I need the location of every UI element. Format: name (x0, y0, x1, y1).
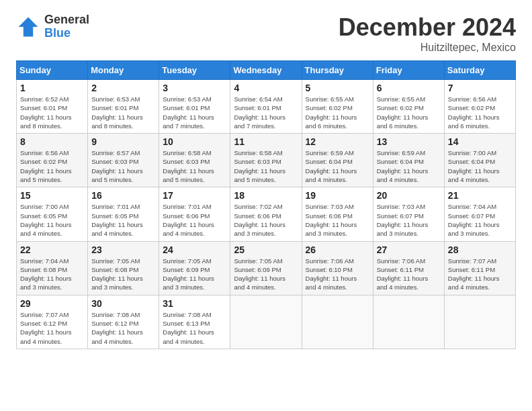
day-info: Sunrise: 6:53 AM Sunset: 6:01 PM Dayligh… (91, 95, 155, 130)
calendar-cell: 9Sunrise: 6:57 AM Sunset: 6:03 PM Daylig… (88, 134, 159, 187)
calendar-week-3: 15Sunrise: 7:00 AM Sunset: 6:05 PM Dayli… (17, 187, 516, 241)
day-info: Sunrise: 7:07 AM Sunset: 6:12 PM Dayligh… (20, 310, 84, 346)
calendar-cell (373, 295, 444, 349)
calendar-cell: 23Sunrise: 7:05 AM Sunset: 6:08 PM Dayli… (88, 241, 159, 295)
day-info: Sunrise: 6:52 AM Sunset: 6:01 PM Dayligh… (20, 95, 84, 130)
calendar-cell: 16Sunrise: 7:01 AM Sunset: 6:05 PM Dayli… (88, 187, 159, 241)
calendar-cell (302, 295, 373, 349)
weekday-header-wednesday: Wednesday (230, 61, 302, 80)
day-number: 31 (163, 298, 226, 309)
calendar-cell: 17Sunrise: 7:01 AM Sunset: 6:06 PM Dayli… (159, 187, 230, 241)
location-title: Huitziltepec, Mexico (339, 42, 516, 54)
weekday-header-friday: Friday (373, 61, 444, 80)
logo-general: General (44, 13, 89, 27)
weekday-header-sunday: Sunday (17, 61, 88, 80)
day-info: Sunrise: 7:01 AM Sunset: 6:05 PM Dayligh… (91, 202, 155, 238)
calendar-cell: 26Sunrise: 7:06 AM Sunset: 6:10 PM Dayli… (302, 241, 373, 295)
calendar-week-2: 8Sunrise: 6:56 AM Sunset: 6:02 PM Daylig… (17, 134, 516, 187)
day-number: 28 (448, 244, 512, 255)
calendar-cell: 30Sunrise: 7:08 AM Sunset: 6:12 PM Dayli… (88, 295, 159, 349)
calendar-table: SundayMondayTuesdayWednesdayThursdayFrid… (16, 60, 516, 349)
calendar-cell: 4Sunrise: 6:54 AM Sunset: 6:01 PM Daylig… (230, 80, 302, 134)
day-info: Sunrise: 7:05 AM Sunset: 6:09 PM Dayligh… (234, 257, 298, 292)
day-info: Sunrise: 6:55 AM Sunset: 6:02 PM Dayligh… (377, 95, 441, 130)
day-number: 20 (377, 190, 441, 201)
day-number: 30 (91, 298, 155, 309)
weekday-header-tuesday: Tuesday (159, 61, 230, 80)
day-info: Sunrise: 6:54 AM Sunset: 6:01 PM Dayligh… (234, 95, 298, 130)
calendar-week-5: 29Sunrise: 7:07 AM Sunset: 6:12 PM Dayli… (17, 295, 516, 349)
logo-icon (16, 15, 40, 39)
weekday-header-monday: Monday (88, 61, 159, 80)
weekday-header-saturday: Saturday (444, 61, 515, 80)
day-number: 4 (234, 83, 298, 93)
day-number: 17 (163, 190, 226, 201)
day-info: Sunrise: 7:04 AM Sunset: 6:08 PM Dayligh… (20, 257, 84, 292)
day-number: 5 (306, 83, 369, 93)
day-info: Sunrise: 6:59 AM Sunset: 6:04 PM Dayligh… (377, 148, 441, 184)
day-info: Sunrise: 6:56 AM Sunset: 6:02 PM Dayligh… (20, 148, 84, 184)
calendar-cell: 25Sunrise: 7:05 AM Sunset: 6:09 PM Dayli… (230, 241, 302, 295)
day-info: Sunrise: 7:05 AM Sunset: 6:08 PM Dayligh… (91, 257, 155, 292)
day-info: Sunrise: 7:06 AM Sunset: 6:11 PM Dayligh… (377, 257, 441, 292)
month-title: December 2024 (339, 13, 516, 42)
day-info: Sunrise: 7:03 AM Sunset: 6:07 PM Dayligh… (377, 202, 441, 238)
day-number: 6 (377, 83, 441, 93)
day-number: 9 (91, 136, 155, 147)
calendar-cell: 7Sunrise: 6:56 AM Sunset: 6:02 PM Daylig… (444, 80, 515, 134)
day-info: Sunrise: 6:57 AM Sunset: 6:03 PM Dayligh… (91, 148, 155, 184)
day-number: 15 (20, 190, 84, 201)
day-number: 7 (448, 83, 512, 93)
day-number: 29 (20, 298, 84, 309)
calendar-cell: 3Sunrise: 6:53 AM Sunset: 6:01 PM Daylig… (159, 80, 230, 134)
day-number: 21 (448, 190, 512, 201)
title-area: December 2024 Huitziltepec, Mexico (339, 13, 516, 54)
day-number: 26 (306, 244, 369, 255)
day-number: 16 (91, 190, 155, 201)
calendar-cell: 8Sunrise: 6:56 AM Sunset: 6:02 PM Daylig… (17, 134, 88, 187)
calendar-cell: 12Sunrise: 6:59 AM Sunset: 6:04 PM Dayli… (302, 134, 373, 187)
day-number: 3 (163, 83, 226, 93)
day-info: Sunrise: 7:04 AM Sunset: 6:07 PM Dayligh… (448, 202, 512, 238)
day-info: Sunrise: 7:05 AM Sunset: 6:09 PM Dayligh… (163, 257, 226, 292)
calendar-cell (444, 295, 515, 349)
calendar-cell: 14Sunrise: 7:00 AM Sunset: 6:04 PM Dayli… (444, 134, 515, 187)
day-number: 11 (234, 136, 298, 147)
calendar-cell: 29Sunrise: 7:07 AM Sunset: 6:12 PM Dayli… (17, 295, 88, 349)
calendar-cell: 2Sunrise: 6:53 AM Sunset: 6:01 PM Daylig… (88, 80, 159, 134)
calendar-cell: 21Sunrise: 7:04 AM Sunset: 6:07 PM Dayli… (444, 187, 515, 241)
day-info: Sunrise: 7:01 AM Sunset: 6:06 PM Dayligh… (163, 202, 226, 238)
day-number: 12 (306, 136, 369, 147)
day-number: 14 (448, 136, 512, 147)
calendar-week-1: 1Sunrise: 6:52 AM Sunset: 6:01 PM Daylig… (17, 80, 516, 134)
weekday-header-thursday: Thursday (302, 61, 373, 80)
weekday-header-row: SundayMondayTuesdayWednesdayThursdayFrid… (17, 61, 516, 80)
calendar-cell: 28Sunrise: 7:07 AM Sunset: 6:11 PM Dayli… (444, 241, 515, 295)
calendar-cell: 22Sunrise: 7:04 AM Sunset: 6:08 PM Dayli… (17, 241, 88, 295)
day-info: Sunrise: 6:59 AM Sunset: 6:04 PM Dayligh… (306, 148, 369, 184)
svg-marker-0 (19, 17, 38, 36)
day-number: 10 (163, 136, 226, 147)
day-info: Sunrise: 7:07 AM Sunset: 6:11 PM Dayligh… (448, 257, 512, 292)
logo-blue: Blue (44, 27, 89, 40)
day-info: Sunrise: 6:58 AM Sunset: 6:03 PM Dayligh… (163, 148, 226, 184)
day-number: 19 (306, 190, 369, 201)
calendar-cell: 11Sunrise: 6:58 AM Sunset: 6:03 PM Dayli… (230, 134, 302, 187)
day-number: 24 (163, 244, 226, 255)
day-info: Sunrise: 7:00 AM Sunset: 6:05 PM Dayligh… (20, 202, 84, 238)
day-info: Sunrise: 7:02 AM Sunset: 6:06 PM Dayligh… (234, 202, 298, 238)
day-info: Sunrise: 7:06 AM Sunset: 6:10 PM Dayligh… (306, 257, 369, 292)
day-number: 8 (20, 136, 84, 147)
calendar-cell: 24Sunrise: 7:05 AM Sunset: 6:09 PM Dayli… (159, 241, 230, 295)
day-number: 1 (20, 83, 84, 93)
calendar-cell: 6Sunrise: 6:55 AM Sunset: 6:02 PM Daylig… (373, 80, 444, 134)
calendar-cell: 20Sunrise: 7:03 AM Sunset: 6:07 PM Dayli… (373, 187, 444, 241)
calendar-cell: 15Sunrise: 7:00 AM Sunset: 6:05 PM Dayli… (17, 187, 88, 241)
day-info: Sunrise: 6:55 AM Sunset: 6:02 PM Dayligh… (306, 95, 369, 130)
calendar-cell: 10Sunrise: 6:58 AM Sunset: 6:03 PM Dayli… (159, 134, 230, 187)
calendar-cell: 27Sunrise: 7:06 AM Sunset: 6:11 PM Dayli… (373, 241, 444, 295)
day-number: 13 (377, 136, 441, 147)
day-info: Sunrise: 7:08 AM Sunset: 6:13 PM Dayligh… (163, 310, 226, 346)
header: General Blue December 2024 Huitziltepec,… (16, 13, 516, 54)
logo: General Blue (16, 13, 89, 40)
